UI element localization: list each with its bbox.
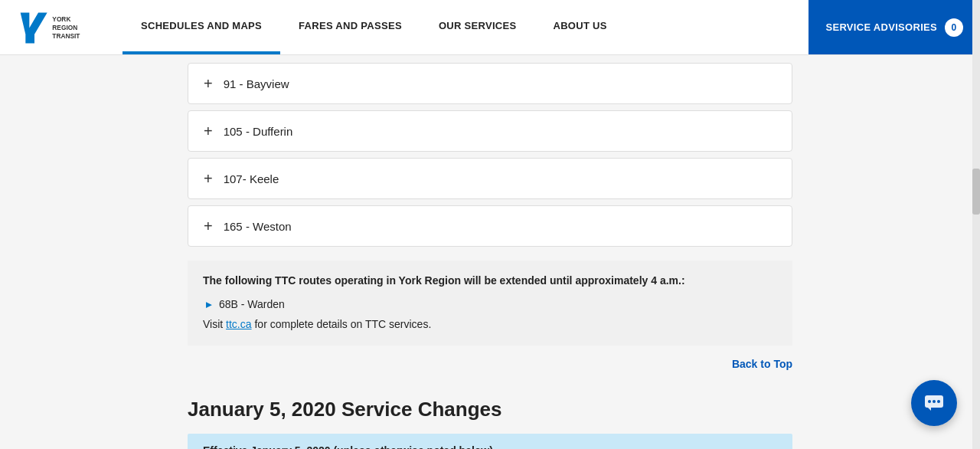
service-advisories-button[interactable]: SERVICE ADVISORIES 0 (808, 0, 980, 54)
logo-icon: YORK REGION TRANSIT (15, 9, 92, 46)
visit-text: Visit ttc.ca for complete details on TTC… (203, 318, 777, 330)
svg-text:TRANSIT: TRANSIT (52, 31, 80, 39)
nav-item-about[interactable]: ABOUT US (534, 0, 625, 54)
scrollbar-thumb[interactable] (972, 169, 980, 215)
info-text-area: The following TTC routes operating in Yo… (188, 261, 792, 346)
main-content: + 91 - Bayview + 105 - Dufferin + 107- K… (0, 55, 980, 449)
svg-text:YORK: YORK (52, 15, 70, 23)
nav-item-schedules[interactable]: SCHEDULES AND MAPS (122, 0, 280, 54)
accordion-item-keele[interactable]: + 107- Keele (188, 158, 792, 199)
navbar: YORK REGION TRANSIT SCHEDULES AND MAPS F… (0, 0, 980, 55)
expand-icon: + (204, 218, 213, 234)
ttc-routes-info: The following TTC routes operating in Yo… (203, 273, 777, 289)
chat-button[interactable] (911, 380, 957, 426)
advisories-badge: 0 (945, 18, 963, 37)
ttc-link[interactable]: ttc.ca (226, 318, 251, 330)
accordion-item-dufferin[interactable]: + 105 - Dufferin (188, 110, 792, 152)
expand-icon: + (204, 76, 213, 91)
january-section: January 5, 2020 Service Changes Effectiv… (188, 382, 792, 449)
accordion-item-weston[interactable]: + 165 - Weston (188, 205, 792, 247)
chat-icon (923, 392, 945, 414)
svg-point-4 (928, 400, 931, 403)
accordion-section: + 91 - Bayview + 105 - Dufferin + 107- K… (188, 55, 792, 261)
svg-point-6 (937, 400, 940, 403)
route-item-warden: ▸ 68B - Warden (203, 298, 777, 310)
january-title: January 5, 2020 Service Changes (188, 398, 792, 421)
chevron-right-icon: ▸ (206, 298, 211, 310)
logo-area[interactable]: YORK REGION TRANSIT (0, 0, 122, 54)
back-to-top-link[interactable]: Back to Top (732, 358, 792, 370)
nav-item-fares[interactable]: FARES AND PASSES (280, 0, 420, 54)
nav-item-services[interactable]: OUR SERVICES (420, 0, 535, 54)
scrollbar-track[interactable] (972, 0, 980, 449)
svg-text:REGION: REGION (52, 23, 77, 31)
svg-point-5 (933, 400, 936, 403)
effective-bar: Effective January 5, 2020 (unless otherw… (188, 434, 792, 449)
accordion-item-bayview[interactable]: + 91 - Bayview (188, 63, 792, 104)
back-to-top-row: Back to Top (188, 346, 792, 382)
expand-icon: + (204, 171, 213, 186)
nav-links: SCHEDULES AND MAPS FARES AND PASSES OUR … (122, 0, 808, 54)
expand-icon: + (204, 123, 213, 139)
